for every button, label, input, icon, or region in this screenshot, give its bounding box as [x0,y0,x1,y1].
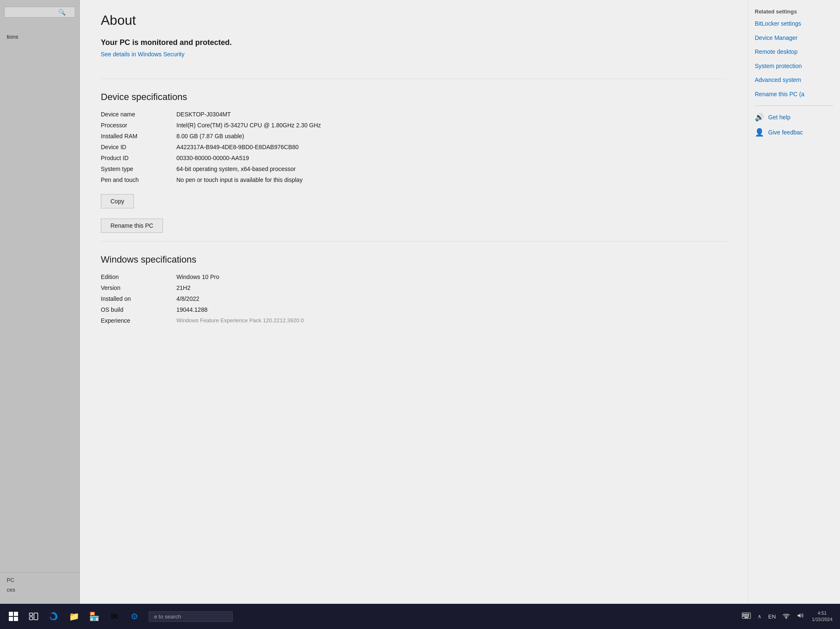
spec-label-processor: Processor [101,122,176,129]
store-icon[interactable]: 🏪 [85,607,103,626]
get-help-text: Get help [768,114,790,121]
mail-icon[interactable]: ✉ [105,607,123,626]
spec-label-os-build: OS build [101,306,176,313]
spec-value-processor: Intel(R) Core(TM) i5-3427U CPU @ 1.80GHz… [176,122,321,129]
spec-value-version: 21H2 [176,284,190,291]
spec-row-os-build: OS build 19044.1288 [101,306,727,313]
spec-label-installed-on: Installed on [101,295,176,302]
settings-taskbar-icon[interactable]: ⚙ [125,607,144,626]
svg-rect-1 [14,612,18,616]
spec-label-device-name: Device name [101,111,176,118]
file-explorer-icon[interactable]: 📁 [65,607,83,626]
spec-row-pen-touch: Pen and touch No pen or touch input is a… [101,176,727,183]
svg-rect-9 [745,614,746,615]
get-help-row[interactable]: 🔊 Get help [755,113,833,122]
device-specs-title: Device specifications [101,92,727,103]
sidebar-nav: tions [0,29,79,572]
spec-value-installed-on: 4/8/2022 [176,295,200,302]
sidebar-ces-label: ces [7,587,73,593]
language-icon[interactable]: EN [766,612,778,621]
chevron-up-icon[interactable]: ∧ [755,612,764,621]
search-icon: 🔍 [58,9,66,16]
spec-value-ram: 8.00 GB (7.87 GB usable) [176,133,244,139]
svg-rect-15 [748,616,749,616]
svg-rect-2 [9,617,13,621]
clock[interactable]: 4:51 1/15/2024 [808,610,836,623]
spec-row-processor: Processor Intel(R) Core(TM) i5-3427U CPU… [101,122,727,129]
device-specs-table: Device name DESKTOP-J0304MT Processor In… [101,111,727,183]
device-manager-link[interactable]: Device Manager [755,34,833,42]
spec-value-system-type: 64-bit operating system, x64-based proce… [176,166,296,172]
edge-icon[interactable] [45,607,63,626]
svg-rect-10 [746,614,747,615]
spec-label-experience: Experience [101,317,176,324]
separator-2 [101,241,727,242]
spec-row-system-type: System type 64-bit operating system, x64… [101,166,727,172]
clock-date: 1/15/2024 [812,616,832,623]
svg-rect-6 [34,613,38,620]
svg-rect-14 [746,616,747,616]
spec-label-edition: Edition [101,274,176,280]
svg-point-17 [786,618,787,618]
taskbar-search-text: e to search [154,613,181,620]
spec-row-device-id: Device ID A422317A-B949-4DE8-9BD0-E8DAB9… [101,144,727,150]
svg-rect-0 [9,612,13,616]
buttons-row: Copy Rename this PC [101,187,727,233]
keyboard-icon[interactable] [739,611,753,622]
spec-value-experience: Windows Feature Experience Pack 120.2212… [176,317,304,324]
spec-value-pen-touch: No pen or touch input is available for t… [176,176,302,183]
svg-rect-16 [745,617,748,618]
spec-row-installed-on: Installed on 4/8/2022 [101,295,727,302]
spec-value-device-id: A422317A-B949-4DE8-9BD0-E8DAB976CB80 [176,144,299,150]
spec-label-pen-touch: Pen and touch [101,176,176,183]
search-box[interactable]: 🔍 [4,7,75,18]
windows-specs-table: Edition Windows 10 Pro Version 21H2 Inst… [101,274,727,324]
give-feedback-row[interactable]: 👤 Give feedbac [755,128,833,137]
svg-rect-3 [14,617,18,621]
spec-value-product-id: 00330-80000-00000-AA519 [176,155,249,161]
svg-rect-13 [745,616,746,616]
taskbar-right: ∧ EN 4:51 1/15/2024 [739,610,836,623]
spec-row-ram: Installed RAM 8.00 GB (7.87 GB usable) [101,133,727,139]
give-feedback-icon: 👤 [755,128,764,137]
spec-value-os-build: 19044.1288 [176,306,207,313]
rename-pc-button[interactable]: Rename this PC [101,218,163,233]
right-panel: Related settings BitLocker settings Devi… [748,0,840,604]
svg-rect-5 [29,617,33,620]
related-settings-title: Related settings [755,8,833,15]
remote-desktop-link[interactable]: Remote desktop [755,48,833,56]
get-help-icon: 🔊 [755,113,764,122]
sidebar-pc-label: PC [7,577,73,583]
taskbar-search[interactable]: e to search [149,611,233,622]
task-view-button[interactable] [24,607,43,626]
spec-row-product-id: Product ID 00330-80000-00000-AA519 [101,155,727,161]
sidebar: 🔍 tions PC ces [0,0,80,604]
spec-value-device-name: DESKTOP-J0304MT [176,111,231,118]
volume-icon[interactable] [794,611,807,622]
sidebar-item-tions[interactable]: tions [0,29,79,44]
spec-row-edition: Edition Windows 10 Pro [101,274,727,280]
spec-label-system-type: System type [101,166,176,172]
search-input[interactable] [8,9,58,16]
svg-rect-11 [748,614,749,615]
rename-pc-right-link[interactable]: Rename this PC (a [755,90,833,99]
spec-label-product-id: Product ID [101,155,176,161]
spec-label-ram: Installed RAM [101,133,176,139]
clock-time: 4:51 [818,610,827,616]
start-button[interactable] [4,607,23,626]
svg-rect-12 [743,616,744,616]
page-title: About [101,13,727,28]
bitlocker-link[interactable]: BitLocker settings [755,20,833,28]
spec-label-device-id: Device ID [101,144,176,150]
svg-rect-4 [29,613,33,616]
sidebar-bottom: PC ces [0,572,79,600]
security-link[interactable]: See details in Windows Security [101,51,184,58]
spec-row-version: Version 21H2 [101,284,727,291]
advanced-system-link[interactable]: Advanced system [755,76,833,84]
system-protection-link[interactable]: System protection [755,62,833,71]
spec-value-edition: Windows 10 Pro [176,274,219,280]
network-icon[interactable] [780,611,793,622]
copy-button[interactable]: Copy [101,194,134,208]
separator-1 [101,79,727,79]
spec-row-experience: Experience Windows Feature Experience Pa… [101,317,727,324]
